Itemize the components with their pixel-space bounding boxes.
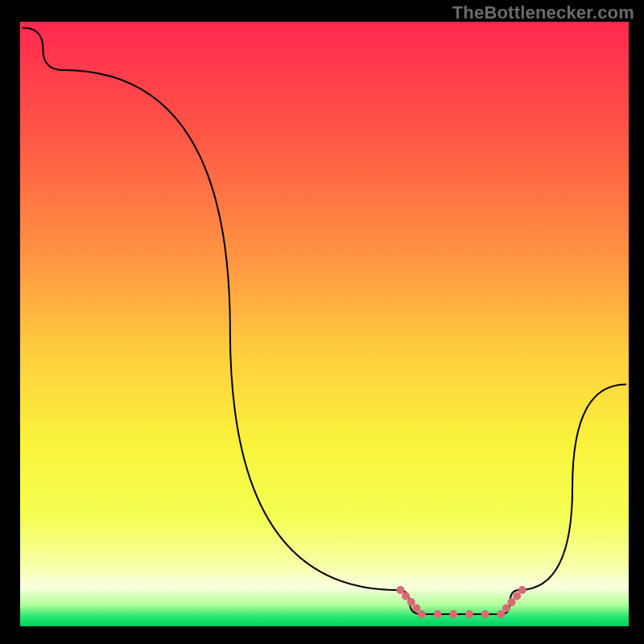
bottleneck-chart — [0, 0, 644, 644]
optimal-marker — [481, 610, 489, 618]
optimal-marker — [418, 610, 426, 618]
optimal-marker — [518, 586, 526, 594]
plot-background — [20, 22, 629, 626]
watermark-text: TheBottlenecker.com — [452, 2, 634, 23]
chart-container: TheBottlenecker.com — [0, 0, 644, 644]
optimal-marker — [465, 610, 473, 618]
optimal-marker — [397, 586, 405, 594]
optimal-marker — [407, 598, 415, 606]
optimal-marker — [434, 610, 442, 618]
optimal-marker — [402, 592, 410, 600]
optimal-marker — [449, 610, 457, 618]
optimal-marker — [513, 592, 521, 600]
optimal-marker — [507, 598, 515, 606]
optimal-marker — [502, 604, 510, 612]
optimal-marker — [412, 604, 420, 612]
optimal-marker — [497, 610, 505, 618]
